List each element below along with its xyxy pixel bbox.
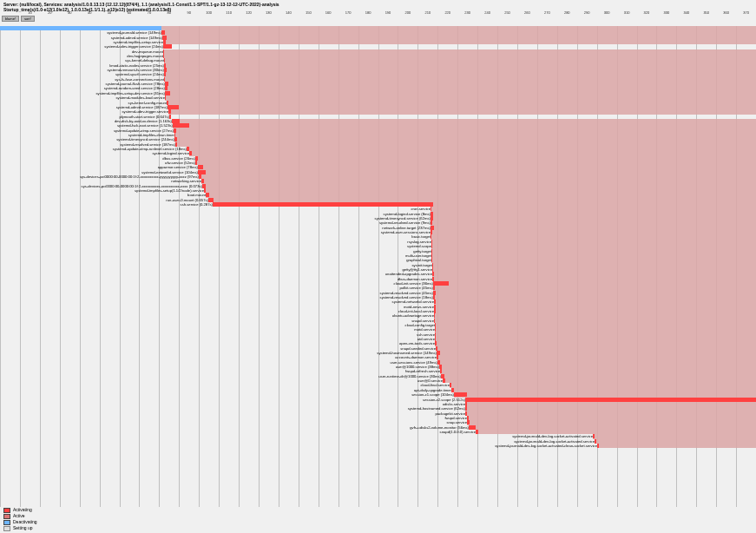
time-tick: 60 (120, 10, 140, 15)
activating-bar (454, 392, 467, 397)
activating-bar (195, 161, 197, 165)
activating-bar (437, 355, 438, 359)
activating-bar (476, 430, 478, 434)
activating-bar (206, 193, 209, 197)
activating-bar (204, 188, 206, 193)
activating-bar (164, 68, 167, 72)
time-tick: 20 (40, 10, 60, 15)
activating-bar (440, 369, 442, 373)
activating-bar (431, 216, 433, 220)
activating-bar (431, 258, 432, 262)
activating-bar (465, 406, 467, 411)
time-tick: 370 (736, 10, 756, 15)
activating-bar (465, 398, 756, 402)
legend-swatch-active (3, 514, 10, 519)
time-tick: 210 (417, 10, 437, 15)
timeline-grid: systemdsystemd-journald.service (149ms)s… (0, 26, 756, 507)
activating-bar (431, 244, 432, 248)
activating-bar (435, 337, 436, 341)
activating-bar (167, 101, 168, 105)
time-tick (0, 10, 20, 15)
activating-bar (435, 323, 436, 327)
activating-bar (187, 147, 189, 151)
legend-label-activating: Activating (13, 507, 32, 513)
time-tick: 70 (139, 10, 159, 15)
activating-bar (172, 119, 180, 123)
time-tick: 150 (299, 10, 319, 15)
activating-bar (435, 332, 436, 337)
time-tick: 30 (60, 10, 80, 15)
legend-swatch-activating (3, 508, 10, 513)
legend-label-active: Active (13, 513, 25, 519)
legend-label-deactivating: Deactivating (13, 519, 37, 525)
activating-bar (165, 91, 170, 95)
time-tick: 270 (537, 10, 557, 15)
activating-bar (443, 378, 445, 383)
activating-bar (208, 198, 214, 202)
activating-bar (199, 174, 201, 179)
activating-bar (201, 179, 204, 183)
toolbar: blame! sort! (0, 15, 756, 23)
activating-bar (433, 295, 435, 299)
activating-bar (163, 44, 172, 49)
time-tick: 90 (179, 10, 199, 15)
activating-bar (163, 49, 164, 54)
sort-button[interactable]: sort! (21, 16, 35, 22)
time-tick: 130 (259, 10, 279, 15)
time-tick: 180 (358, 10, 378, 15)
time-tick: 160 (319, 10, 339, 15)
activating-bar (175, 142, 177, 147)
time-tick: 360 (716, 10, 736, 15)
activating-bar (168, 105, 179, 109)
legend-swatch-deactivating (3, 520, 10, 525)
time-tick: 170 (339, 10, 358, 15)
activating-bar (597, 444, 599, 448)
time-tick: 340 (676, 10, 696, 15)
time-tick: 300 (597, 10, 617, 15)
activating-bar (213, 202, 433, 207)
time-tick: 140 (279, 10, 299, 15)
activating-bar (433, 291, 436, 295)
activating-bar (434, 313, 435, 318)
activating-bar (431, 212, 433, 216)
startup-bar (0, 26, 161, 30)
activating-bar (593, 434, 595, 438)
activating-bar (164, 72, 166, 76)
activating-bar (465, 402, 467, 406)
time-tick: 310 (617, 10, 637, 15)
activating-bar (164, 58, 165, 63)
activating-bar (161, 30, 165, 35)
activating-bar (432, 272, 434, 276)
activating-bar (431, 230, 432, 234)
activating-bar (174, 133, 175, 137)
activating-bar (433, 281, 449, 286)
time-tick: 220 (437, 10, 457, 15)
time-tick: 50 (100, 10, 120, 15)
time-tick: 120 (239, 10, 259, 15)
activating-bar (436, 346, 437, 351)
activating-bar (434, 309, 436, 313)
activating-bar (431, 226, 434, 230)
activating-bar (439, 365, 442, 369)
activating-bar (198, 170, 206, 174)
unit-row[interactable]: systemd-journald-dev-log.socket-activate… (0, 444, 756, 448)
time-tick: 260 (517, 10, 537, 15)
activating-bar (595, 439, 596, 444)
activating-bar (431, 220, 432, 225)
time-tick: 250 (497, 10, 517, 15)
activating-bar (437, 360, 440, 365)
activating-bar (162, 36, 167, 40)
time-tick: 290 (577, 10, 597, 15)
activating-bar (434, 299, 436, 304)
time-tick: 320 (637, 10, 657, 15)
activating-bar (435, 341, 437, 345)
time-tick: 240 (477, 10, 497, 15)
time-tick: 110 (219, 10, 239, 15)
activating-bar (434, 305, 436, 309)
activating-bar (165, 86, 168, 90)
activating-bar (469, 425, 476, 430)
time-tick: 100 (199, 10, 219, 15)
unit-label: systemd-journald-dev-log.socket-activate… (495, 444, 597, 448)
blame-button[interactable]: blame! (2, 16, 19, 22)
legend-label-setting-up: Setting up (13, 525, 33, 531)
